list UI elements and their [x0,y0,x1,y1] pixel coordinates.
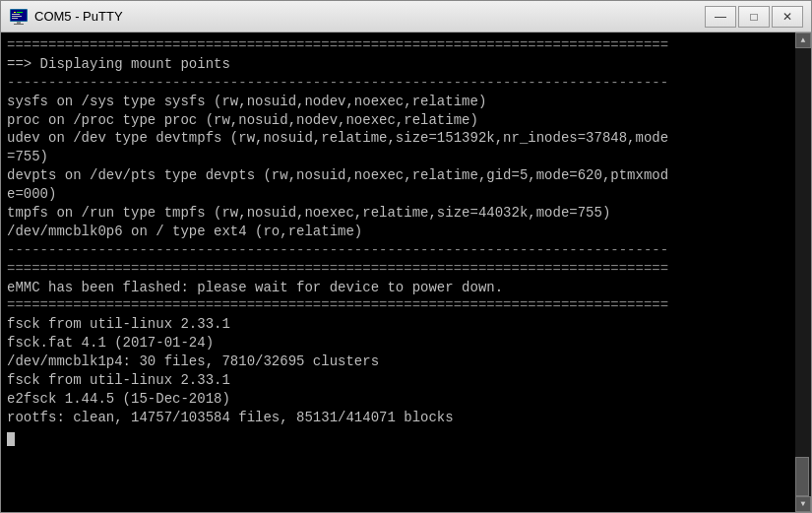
terminal-line: e2fsck 1.44.5 (15-Dec-2018) [7,390,805,409]
terminal-line: =755) [7,148,805,166]
terminal-line [7,427,805,446]
svg-rect-2 [14,12,16,13]
terminal-line: ----------------------------------------… [7,74,805,93]
close-button[interactable]: ✕ [772,6,803,28]
scrollbar-thumb[interactable] [795,457,809,496]
svg-rect-8 [14,24,24,25]
putty-icon [9,7,29,27]
terminal-line: rootfs: clean, 14757/103584 files, 85131… [7,409,805,427]
scrollbar-track[interactable] [795,48,811,496]
terminal-line: ----------------------------------------… [7,241,805,260]
terminal-line: fsck from util-linux 2.33.1 [7,371,805,390]
terminal-line: proc on /proc type proc (rw,nosuid,nodev… [7,111,805,130]
terminal-line: ========================================… [7,260,805,279]
terminal-line: ========================================… [7,36,805,55]
terminal-line: fsck from util-linux 2.33.1 [7,315,805,334]
terminal-line: udev on /dev type devtmpfs (rw,nosuid,re… [7,129,805,148]
terminal-line: tmpfs on /run type tmpfs (rw,nosuid,noex… [7,204,805,223]
maximize-button[interactable]: □ [738,6,770,28]
terminal-line: eMMC has been flashed: please wait for d… [7,279,805,297]
scroll-down-button[interactable]: ▼ [795,496,811,512]
svg-rect-5 [12,16,22,17]
svg-rect-6 [12,18,18,19]
terminal-cursor [7,432,15,446]
svg-rect-3 [17,12,23,13]
window-controls: — □ ✕ [705,6,803,28]
svg-rect-4 [12,14,20,15]
terminal-line: sysfs on /sys type sysfs (rw,nosuid,node… [7,93,805,111]
terminal-line: /dev/mmcblk0p6 on / type ext4 (ro,relati… [7,223,805,241]
title-bar: COM5 - PuTTY — □ ✕ [1,1,811,32]
scroll-up-button[interactable]: ▲ [795,32,811,48]
minimize-button[interactable]: — [705,6,736,28]
window-title: COM5 - PuTTY [34,9,705,24]
terminal-line: e=000) [7,185,805,204]
terminal-line: ==> Displaying mount points [7,55,805,74]
terminal-line: ========================================… [7,296,805,315]
svg-rect-7 [17,22,21,24]
terminal-line: devpts on /dev/pts type devpts (rw,nosui… [7,166,805,185]
terminal-line: fsck.fat 4.1 (2017-01-24) [7,334,805,353]
terminal-line: /dev/mmcblk1p4: 30 files, 7810/32695 clu… [7,353,805,371]
putty-window: COM5 - PuTTY — □ ✕ =====================… [0,0,812,513]
svg-rect-1 [11,10,27,21]
terminal-area[interactable]: ========================================… [1,32,811,512]
scrollbar[interactable]: ▲ ▼ [795,32,811,512]
